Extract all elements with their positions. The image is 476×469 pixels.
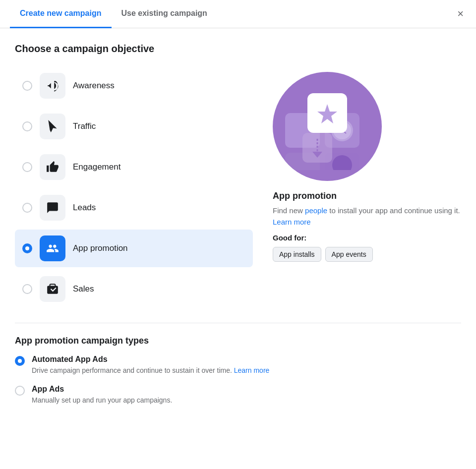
- automated-learn-more-link[interactable]: Learn more: [234, 366, 270, 374]
- radio-app-promotion[interactable]: [22, 243, 32, 253]
- desc-text-part2: to install your app and continue using i…: [327, 206, 460, 215]
- objective-item-traffic[interactable]: Traffic: [15, 108, 253, 145]
- awareness-label: Awareness: [73, 81, 115, 91]
- tab-create-new[interactable]: Create new campaign: [10, 0, 112, 28]
- campaign-type-app-ads[interactable]: App Ads Manually set up and run your app…: [15, 385, 461, 406]
- automated-app-ads-name: Automated App Ads: [32, 355, 461, 364]
- desc-text-part1: Find new: [273, 206, 305, 215]
- objective-item-app-promotion[interactable]: App promotion: [15, 230, 253, 267]
- leads-icon-box: [40, 195, 65, 221]
- app-ads-desc: Manually set up and run your app campaig…: [32, 395, 461, 406]
- chat-icon: [46, 201, 59, 214]
- radio-leads[interactable]: [22, 203, 32, 213]
- people-link[interactable]: people: [305, 206, 327, 215]
- objective-item-sales[interactable]: Sales: [15, 270, 253, 308]
- radio-engagement[interactable]: [22, 162, 32, 172]
- app-ads-info: App Ads Manually set up and run your app…: [32, 385, 461, 406]
- header-tabs: Create new campaign Use existing campaig…: [0, 0, 476, 28]
- radio-awareness[interactable]: [22, 81, 32, 91]
- automated-app-ads-desc: Drive campaign performance and continue …: [32, 365, 461, 376]
- objective-item-leads[interactable]: Leads: [15, 189, 253, 227]
- objective-item-awareness[interactable]: Awareness: [15, 67, 253, 105]
- radio-sales[interactable]: [22, 284, 32, 294]
- illustration-svg: [280, 83, 374, 170]
- cursor-icon: [46, 120, 59, 133]
- automated-app-ads-info: Automated App Ads Drive campaign perform…: [32, 355, 461, 376]
- thumbsup-icon: [46, 161, 59, 174]
- traffic-label: Traffic: [73, 121, 96, 131]
- close-button[interactable]: ×: [455, 6, 466, 22]
- section-title: Choose a campaign objective: [15, 43, 461, 55]
- sales-icon-box: [40, 276, 65, 302]
- leads-label: Leads: [73, 203, 96, 213]
- engagement-label: Engagement: [73, 162, 120, 172]
- description-text: Find new people to install your app and …: [273, 205, 461, 228]
- main-content: Choose a campaign objective Awareness: [0, 28, 476, 429]
- app-ads-name: App Ads: [32, 385, 461, 394]
- campaign-types-section: App promotion campaign types Automated A…: [15, 323, 461, 406]
- app-promotion-icon-box: [40, 235, 65, 261]
- radio-traffic[interactable]: [22, 121, 32, 131]
- main-layout: Awareness Traffic: [15, 67, 461, 308]
- engagement-icon-box: [40, 154, 65, 180]
- description-panel: App promotion Find new people to install…: [273, 67, 461, 308]
- radio-app-ads[interactable]: [15, 386, 25, 396]
- campaign-type-automated[interactable]: Automated App Ads Drive campaign perform…: [15, 355, 461, 376]
- app-promotion-label: App promotion: [73, 243, 128, 253]
- sales-label: Sales: [73, 284, 94, 294]
- good-for-label: Good for:: [273, 234, 461, 242]
- campaign-types-title: App promotion campaign types: [15, 336, 461, 346]
- traffic-icon-box: [40, 114, 65, 139]
- tab-use-existing[interactable]: Use existing campaign: [112, 0, 217, 28]
- objectives-list: Awareness Traffic: [15, 67, 253, 308]
- briefcase-icon: [46, 283, 59, 295]
- megaphone-icon: [46, 79, 59, 92]
- learn-more-link[interactable]: Learn more: [273, 218, 311, 226]
- tags-container: App installs App events: [273, 247, 461, 262]
- people-icon: [46, 242, 59, 255]
- tag-app-events: App events: [325, 247, 373, 262]
- awareness-icon-box: [40, 73, 65, 99]
- app-promotion-illustration: [273, 72, 382, 181]
- objective-item-engagement[interactable]: Engagement: [15, 148, 253, 186]
- description-title: App promotion: [273, 191, 461, 201]
- tag-app-installs: App installs: [273, 247, 321, 262]
- radio-automated-app-ads[interactable]: [15, 356, 25, 366]
